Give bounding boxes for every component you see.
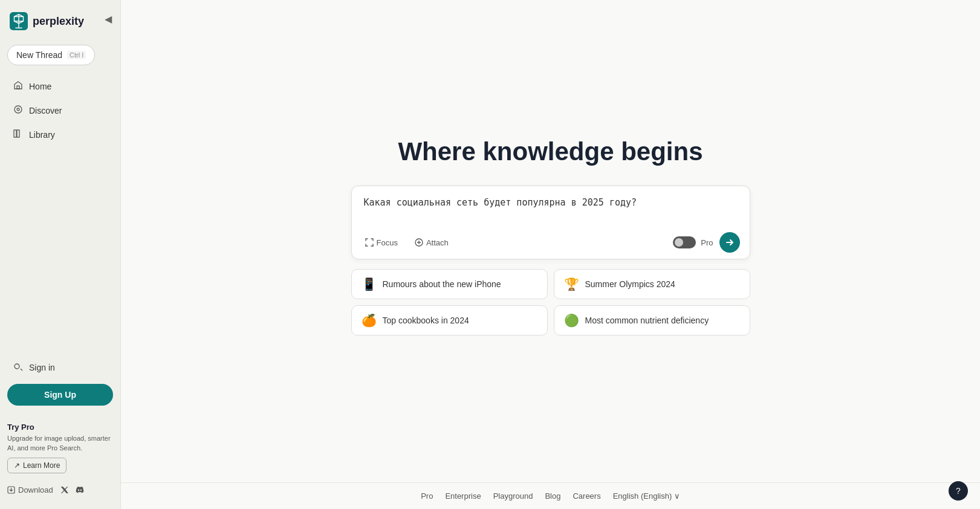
home-label: Home bbox=[29, 82, 51, 91]
logo-text: perplexity bbox=[33, 15, 84, 28]
suggestions-grid: 📱 Rumours about the new iPhone 🏆 Summer … bbox=[351, 269, 750, 336]
nutrient-icon: 🟢 bbox=[564, 313, 579, 328]
suggestion-nutrient[interactable]: 🟢 Most common nutrient deficiency bbox=[554, 305, 750, 336]
search-toolbar: Focus Attach Pro bbox=[352, 226, 750, 259]
svg-rect-1 bbox=[17, 86, 19, 89]
toggle-track[interactable] bbox=[673, 236, 696, 248]
sidebar-item-library[interactable]: Library bbox=[7, 123, 113, 146]
search-input-area bbox=[352, 186, 750, 226]
svg-rect-4 bbox=[14, 130, 16, 137]
sidebar-footer-icons: Download bbox=[7, 481, 113, 499]
help-button[interactable]: ? bbox=[949, 481, 968, 501]
home-icon bbox=[13, 80, 23, 92]
twitter-button[interactable] bbox=[60, 486, 68, 494]
footer-blog-link[interactable]: Blog bbox=[545, 491, 560, 501]
logo: perplexity bbox=[7, 10, 113, 33]
perplexity-logo-icon bbox=[10, 12, 28, 30]
search-submit-button[interactable] bbox=[719, 232, 740, 253]
search-input[interactable] bbox=[364, 197, 738, 219]
learn-more-arrow-icon: ↗ bbox=[14, 461, 20, 470]
new-thread-shortcut: Ctrl I bbox=[67, 51, 86, 59]
focus-button[interactable]: Focus bbox=[362, 236, 401, 250]
search-box: Focus Attach Pro bbox=[351, 186, 750, 259]
main-title: Where knowledge begins bbox=[398, 137, 703, 166]
main-footer: Pro Enterprise Playground Blog Careers E… bbox=[121, 482, 980, 509]
download-button[interactable]: Download bbox=[7, 485, 53, 494]
library-icon bbox=[13, 129, 23, 141]
sidebar-collapse-button[interactable]: ◀ bbox=[102, 11, 114, 27]
learn-more-label: Learn More bbox=[23, 461, 60, 470]
toolbar-right: Pro bbox=[673, 232, 739, 253]
main-content: Where knowledge begins Focus Attach bbox=[121, 0, 980, 509]
cookbooks-icon: 🍊 bbox=[362, 313, 377, 328]
olympics-icon: 🏆 bbox=[564, 277, 579, 291]
download-label: Download bbox=[18, 485, 53, 494]
discord-button[interactable] bbox=[76, 486, 84, 494]
pro-toggle[interactable]: Pro bbox=[673, 236, 713, 248]
try-pro-description: Upgrade for image upload, smarter AI, an… bbox=[7, 434, 113, 453]
library-label: Library bbox=[29, 130, 55, 140]
attach-button[interactable]: Attach bbox=[411, 236, 452, 250]
main-center: Where knowledge begins Focus Attach bbox=[121, 0, 980, 509]
sidebar-bottom: Try Pro Upgrade for image upload, smarte… bbox=[7, 415, 113, 499]
svg-point-3 bbox=[17, 108, 19, 111]
toggle-thumb bbox=[675, 238, 683, 247]
attach-icon bbox=[415, 238, 423, 247]
footer-enterprise-link[interactable]: Enterprise bbox=[445, 491, 481, 501]
sidebar-nav: Home Discover Library bbox=[7, 75, 113, 356]
focus-icon bbox=[365, 238, 374, 247]
footer-language-link[interactable]: English (English) ∨ bbox=[613, 491, 680, 501]
footer-pro-link[interactable]: Pro bbox=[421, 491, 433, 501]
discover-icon bbox=[13, 105, 23, 117]
attach-label: Attach bbox=[426, 238, 449, 247]
learn-more-button[interactable]: ↗ Learn More bbox=[7, 458, 67, 473]
signin-icon bbox=[13, 361, 23, 374]
help-icon: ? bbox=[956, 486, 961, 496]
try-pro-section: Try Pro Upgrade for image upload, smarte… bbox=[7, 423, 113, 473]
try-pro-title: Try Pro bbox=[7, 423, 113, 432]
discover-label: Discover bbox=[29, 106, 62, 115]
iphone-icon: 📱 bbox=[362, 277, 377, 291]
focus-label: Focus bbox=[377, 238, 398, 247]
footer-playground-link[interactable]: Playground bbox=[493, 491, 533, 501]
discord-icon bbox=[76, 486, 84, 494]
suggestion-cookbooks-label: Top cookbooks in 2024 bbox=[383, 316, 469, 325]
signin-button[interactable]: Sign in bbox=[7, 356, 113, 379]
suggestion-olympics[interactable]: 🏆 Summer Olympics 2024 bbox=[554, 269, 750, 299]
signin-label: Sign in bbox=[29, 363, 55, 372]
signup-label: Sign Up bbox=[44, 390, 76, 400]
sidebar: perplexity ◀ New Thread Ctrl I Home Disc… bbox=[0, 0, 121, 509]
sidebar-item-home[interactable]: Home bbox=[7, 75, 113, 98]
svg-point-2 bbox=[15, 106, 22, 113]
suggestion-iphone[interactable]: 📱 Rumours about the new iPhone bbox=[351, 269, 548, 299]
footer-careers-link[interactable]: Careers bbox=[573, 491, 600, 501]
signup-button[interactable]: Sign Up bbox=[7, 384, 113, 406]
twitter-icon bbox=[60, 486, 68, 494]
collapse-icon: ◀ bbox=[105, 14, 112, 24]
suggestion-nutrient-label: Most common nutrient deficiency bbox=[585, 316, 709, 325]
new-thread-button[interactable]: New Thread Ctrl I bbox=[7, 45, 95, 65]
suggestion-iphone-label: Rumours about the new iPhone bbox=[383, 279, 501, 289]
suggestion-olympics-label: Summer Olympics 2024 bbox=[585, 279, 675, 289]
pro-label: Pro bbox=[701, 238, 713, 247]
new-thread-label: New Thread bbox=[16, 50, 62, 60]
suggestion-cookbooks[interactable]: 🍊 Top cookbooks in 2024 bbox=[351, 305, 548, 336]
submit-arrow-icon bbox=[725, 238, 735, 247]
svg-rect-5 bbox=[17, 130, 19, 137]
download-icon bbox=[7, 486, 15, 494]
sidebar-item-discover[interactable]: Discover bbox=[7, 99, 113, 122]
